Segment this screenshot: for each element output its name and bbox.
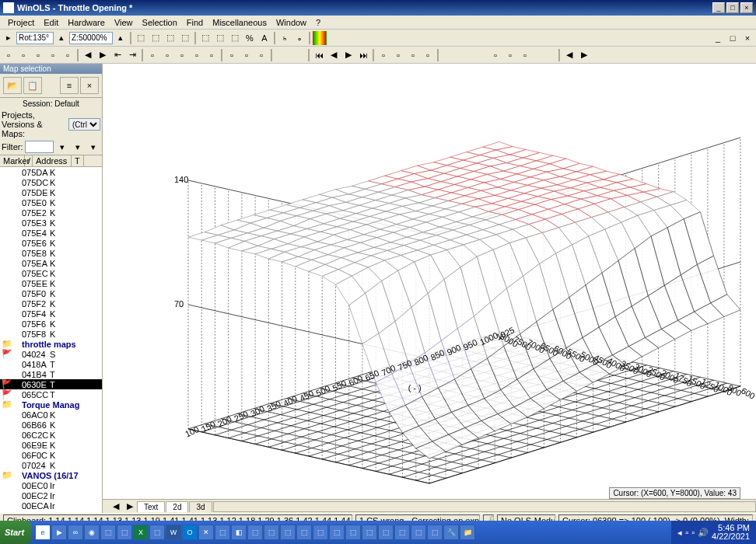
tb-next-icon[interactable]: ▶ — [577, 48, 591, 62]
tb-icon[interactable]: ⬚ — [228, 31, 242, 45]
pvm-select[interactable]: (Ctrl — [68, 118, 100, 131]
clock[interactable]: 5:46 PM 4/22/2021 — [712, 524, 750, 541]
task-app-icon[interactable]: ▶ — [51, 525, 67, 540]
tb-icon[interactable]: ▫ — [145, 48, 159, 62]
map-item[interactable]: 075E6K — [0, 238, 102, 248]
tb-icon[interactable]: A — [257, 31, 271, 45]
menu-help[interactable]: ? — [311, 17, 325, 28]
map-folder[interactable]: 📁throttle maps — [0, 339, 102, 349]
tb-icon[interactable]: ▫ — [391, 48, 405, 62]
task-app-icon[interactable]: ⬚ — [100, 525, 116, 540]
menu-view[interactable]: View — [110, 17, 138, 28]
map-item[interactable]: 00ECCIr — [0, 511, 102, 513]
map-item[interactable]: 00ECAIr — [0, 500, 102, 511]
filter-btn-icon[interactable]: ▾ — [86, 140, 100, 154]
rot-up-icon[interactable]: ▴ — [54, 31, 68, 45]
tool-icon[interactable]: ≡ — [60, 77, 79, 94]
task-app-icon[interactable]: ⬚ — [264, 525, 279, 540]
task-app-icon[interactable]: ⬚ — [296, 525, 312, 540]
map-folder[interactable]: 📁VANOS (16/17 — [0, 470, 102, 480]
map-item[interactable]: 075DCK — [0, 177, 102, 187]
tb-icon[interactable]: ⬚ — [149, 31, 163, 45]
col-address[interactable]: Address — [33, 155, 72, 166]
task-app-icon[interactable]: ⬚ — [117, 525, 132, 540]
map-item[interactable]: 075F8K — [0, 329, 102, 339]
task-app-icon[interactable]: 🔧 — [443, 525, 459, 540]
tab-nav-prev-icon[interactable]: ◀ — [109, 500, 123, 514]
map-item[interactable]: 075DAK — [0, 167, 102, 177]
task-word-icon[interactable]: W — [166, 525, 181, 540]
menu-window[interactable]: Window — [271, 17, 311, 28]
map-item[interactable]: 075F0K — [0, 288, 102, 298]
map-item[interactable]: 06C2CK — [0, 430, 102, 440]
tb-org-icon[interactable]: ₒ — [292, 31, 306, 45]
tb-icon[interactable]: ⬚ — [213, 31, 227, 45]
map-item[interactable]: 041B4T — [0, 369, 102, 379]
menu-misc[interactable]: Miscellaneous — [208, 17, 271, 28]
tb-icon[interactable]: ▫ — [225, 48, 239, 62]
tb-min-icon[interactable]: _ — [711, 31, 725, 45]
task-app-icon[interactable]: ⬚ — [215, 525, 230, 540]
tb-nav-prev-icon[interactable]: ◀ — [327, 48, 341, 62]
map-item[interactable]: 075ECK — [0, 268, 102, 278]
tb-arrow-left-icon[interactable]: ◀ — [81, 48, 95, 62]
map-item[interactable]: 🚩0630ET — [0, 379, 102, 389]
tab-3d[interactable]: 3d — [189, 501, 212, 512]
tool-icon[interactable]: 📋 — [23, 77, 42, 94]
tb-hex-icon[interactable]: ₕ — [278, 31, 292, 45]
menu-hardware[interactable]: Hardware — [63, 17, 110, 28]
tb-icon[interactable]: ▫ — [376, 48, 390, 62]
menu-project[interactable]: Project — [3, 17, 39, 28]
tb-icon[interactable]: ⬚ — [198, 31, 212, 45]
map-item[interactable]: 06E9EK — [0, 440, 102, 450]
tb-icon[interactable]: ▫ — [503, 48, 517, 62]
tb-icon[interactable]: ▫ — [31, 48, 45, 62]
tb-icon[interactable]: ▫ — [160, 48, 174, 62]
tb-icon[interactable]: ⬚ — [178, 31, 192, 45]
tray-icon[interactable]: ▫ — [685, 528, 688, 537]
task-app-icon[interactable]: ⬚ — [149, 525, 165, 540]
zoom-up-icon[interactable]: ▴ — [114, 31, 128, 45]
tb-percent-icon[interactable]: % — [243, 31, 257, 45]
tb-icon[interactable]: ▫ — [46, 48, 60, 62]
col-slash[interactable]: / — [25, 155, 33, 166]
task-app-icon[interactable]: ✕ — [198, 525, 214, 540]
map-item[interactable]: 0418AT — [0, 359, 102, 369]
menu-edit[interactable]: Edit — [39, 17, 63, 28]
tb-icon[interactable]: ⇤ — [110, 48, 124, 62]
start-button[interactable]: Start — [0, 521, 32, 544]
task-app-icon[interactable]: ◧ — [231, 525, 247, 540]
menu-selection[interactable]: Selection — [138, 17, 182, 28]
maximize-button[interactable]: □ — [726, 2, 739, 13]
map-item[interactable]: 075E3K — [0, 218, 102, 228]
close-button[interactable]: × — [740, 2, 753, 13]
task-app-icon[interactable]: ⬚ — [394, 525, 410, 540]
task-app-icon[interactable]: ⬚ — [329, 525, 345, 540]
tray-icon[interactable]: ◂ — [677, 528, 682, 538]
map-item[interactable]: 00EC0Ir — [0, 480, 102, 490]
tab-2d[interactable]: 2d — [166, 501, 188, 512]
task-app-icon[interactable]: ⬚ — [247, 525, 263, 540]
task-app-icon[interactable]: ⬚ — [345, 525, 361, 540]
map-item[interactable]: 06AC0K — [0, 410, 102, 420]
tb-icon[interactable]: ▫ — [406, 48, 420, 62]
tool-close-icon[interactable]: × — [80, 77, 99, 94]
tray-icon[interactable]: 🔊 — [698, 528, 709, 538]
map-item[interactable]: 075EEK — [0, 278, 102, 288]
tb-icon[interactable]: ▫ — [190, 48, 204, 62]
task-app-icon[interactable]: 📁 — [460, 525, 475, 540]
minimize-button[interactable]: _ — [712, 2, 725, 13]
tb-nav-first-icon[interactable]: ⏮ — [312, 48, 326, 62]
task-excel-icon[interactable]: X — [133, 525, 149, 540]
menu-find[interactable]: Find — [182, 17, 208, 28]
tb-icon[interactable]: ▫ — [175, 48, 189, 62]
tb-expand-icon[interactable]: ▸ — [2, 31, 16, 45]
tb-icon[interactable]: ⬚ — [163, 31, 177, 45]
tb-icon[interactable]: ⬚ — [134, 31, 148, 45]
tb-color-icon[interactable] — [313, 31, 327, 45]
tb-max-icon[interactable]: □ — [726, 31, 740, 45]
tb-icon[interactable]: ▫ — [488, 48, 502, 62]
tb-icon[interactable]: ▫ — [421, 48, 435, 62]
task-app-icon[interactable]: ⬚ — [378, 525, 394, 540]
zoom-input[interactable] — [69, 32, 113, 44]
